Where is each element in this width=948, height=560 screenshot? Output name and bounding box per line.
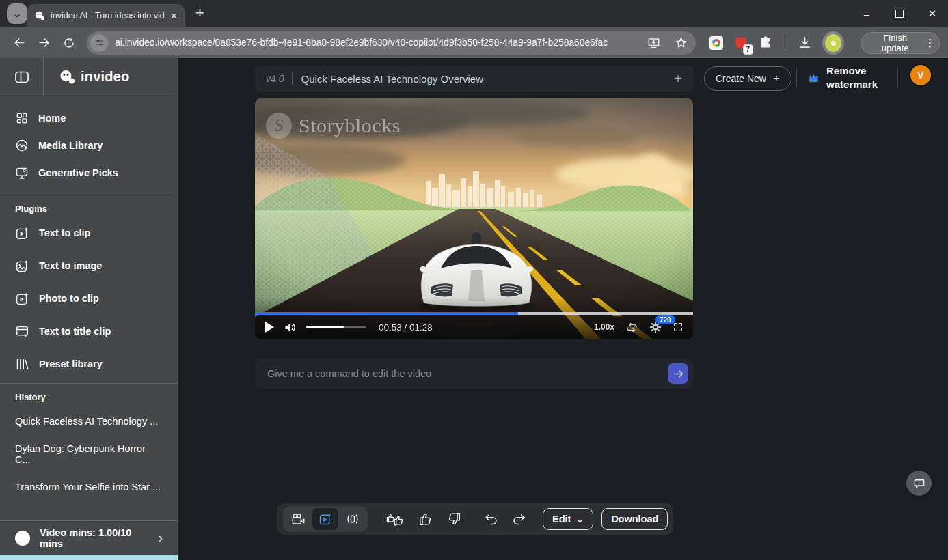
history-item[interactable]: Transform Your Selfie into Star ... [0, 471, 178, 503]
command-bar[interactable] [255, 359, 693, 389]
browser-profile-avatar[interactable]: e [825, 34, 841, 52]
redo-button[interactable] [512, 513, 526, 525]
sidebar-collapse-button[interactable] [0, 58, 44, 96]
undo-redo-group [484, 513, 526, 525]
text-to-title-clip-icon [15, 324, 29, 339]
download-button[interactable]: Download [601, 508, 668, 530]
title-separator [292, 72, 293, 85]
sidebar-item-media-library[interactable]: Media Library [0, 132, 178, 159]
add-project-icon[interactable]: + [674, 71, 682, 87]
site-info-icon[interactable] [90, 34, 108, 52]
invideo-logo-icon [59, 69, 75, 85]
history-item[interactable]: Dylan Dog: Cyberpunk Horror C... [0, 438, 178, 471]
browser-toolbar: ai.invideo.io/workspace/0a853e76-bfdb-4e… [0, 27, 948, 58]
edit-dropdown-button[interactable]: Edit ⌄ [543, 508, 593, 530]
history-item[interactable]: Quick Faceless AI Technology ... [0, 405, 178, 438]
google-extension-icon[interactable] [708, 34, 724, 52]
reload-button[interactable] [58, 31, 80, 55]
maximize-icon [895, 10, 904, 18]
bookmark-star-icon[interactable] [671, 33, 692, 53]
crown-icon [808, 72, 820, 83]
window-close-button[interactable]: ✕ [926, 8, 938, 20]
storyblocks-logo-icon: S [266, 113, 292, 139]
volume-slider[interactable] [306, 326, 366, 328]
new-tab-button[interactable]: + [195, 5, 204, 20]
invideo-logo[interactable]: invideo [44, 58, 129, 96]
extensions-area: 7 e Finish update ⋮ [708, 32, 940, 54]
sidebar-item-label: Text to title clip [39, 326, 111, 337]
view-mode-switcher [283, 506, 368, 532]
bottom-action-bar: Edit ⌄ Download [277, 503, 673, 535]
playback-speed-button[interactable]: 1.00x [594, 322, 614, 332]
player-controls: 00:53 / 01:28 1.00x 720 [255, 315, 693, 339]
finish-update-button[interactable]: Finish update ⋮ [861, 32, 940, 54]
feedback-group [386, 512, 461, 527]
back-button[interactable] [8, 31, 30, 55]
window-maximize-button[interactable] [893, 10, 906, 18]
project-title: Quick Faceless AI Technology Overview [301, 73, 483, 85]
install-app-icon[interactable] [644, 33, 664, 53]
movie-camera-icon[interactable] [285, 508, 311, 530]
window-minimize-button[interactable]: – [861, 8, 873, 20]
loop-icon[interactable] [625, 322, 638, 333]
forward-button[interactable] [33, 31, 55, 55]
chat-bubble-icon [913, 477, 925, 490]
video-mins-footer[interactable]: Video mins: 1.00/10 mins › [0, 520, 178, 555]
sidebar-item-text-to-title-clip[interactable]: Text to title clip [0, 315, 178, 348]
command-input[interactable] [266, 367, 668, 380]
sidebar-item-home[interactable]: Home [0, 104, 178, 132]
thumbs-down-button[interactable] [446, 512, 461, 527]
sidebar-item-label: Media Library [38, 140, 103, 151]
tab-search-button[interactable]: ⌄ [7, 3, 27, 24]
fullscreen-button[interactable] [673, 322, 683, 333]
user-avatar[interactable]: V [910, 65, 931, 85]
browser-tab[interactable]: invideo AI - Turn ideas into vide ✕ [27, 4, 185, 27]
address-bar[interactable]: ai.invideo.io/workspace/0a853e76-bfdb-4e… [87, 31, 696, 55]
tab-title: invideo AI - Turn ideas into vide [51, 11, 165, 20]
app-window: invideo Home Media Library Generativ [0, 58, 948, 560]
extensions-puzzle-icon[interactable] [757, 34, 774, 52]
preset-library-icon [15, 357, 29, 372]
super-like-button[interactable] [386, 512, 405, 527]
sidebar-item-photo-to-clip[interactable]: Photo to clip [0, 282, 178, 315]
video-player[interactable]: S Storyblocks 00:53 / 01:28 1.00x [255, 98, 693, 339]
sidebar-item-label: Preset library [39, 359, 103, 369]
url-text[interactable]: ai.invideo.io/workspace/0a853e76-bfdb-4e… [115, 38, 637, 48]
support-chat-button[interactable] [906, 471, 932, 496]
remove-watermark-label: Remove watermark [826, 64, 898, 91]
thumbs-up-button[interactable] [418, 512, 433, 527]
storyblocks-watermark: S Storyblocks [266, 113, 401, 139]
volume-icon[interactable] [284, 322, 297, 333]
project-title-bar[interactable]: v4.0 Quick Faceless AI Technology Overvi… [255, 66, 693, 92]
sidebar-item-label: Text to clip [39, 227, 90, 238]
sidebar-header: invideo [0, 58, 178, 96]
sidebar-item-text-to-clip[interactable]: Text to clip [0, 216, 178, 249]
send-command-button[interactable] [668, 363, 688, 384]
finish-update-label: Finish update [871, 33, 919, 53]
sidebar-item-preset-library[interactable]: Preset library [0, 348, 178, 380]
undo-button[interactable] [484, 513, 498, 525]
create-new-button[interactable]: Create New + [704, 66, 791, 91]
remove-watermark-button[interactable]: Remove watermark [808, 64, 898, 91]
chevron-down-icon: ⌄ [575, 516, 584, 522]
adblock-shield-icon[interactable]: 7 [733, 34, 749, 52]
video-preview-toggle[interactable] [312, 508, 338, 530]
frame-brackets-icon[interactable] [340, 508, 366, 530]
toolbar-separator [785, 36, 785, 50]
version-label: v4.0 [266, 73, 284, 84]
sidebar-nav: Home Media Library Generative Picks [0, 96, 178, 192]
browser-titlebar: ⌄ invideo AI - Turn ideas into vide ✕ + … [0, 0, 948, 27]
time-display: 00:53 / 01:28 [379, 322, 433, 333]
tab-close-icon[interactable]: ✕ [170, 12, 178, 20]
credits-circle-icon [15, 531, 30, 546]
text-to-image-icon [15, 259, 29, 273]
tab-favicon-icon [34, 10, 45, 21]
sidebar-item-generative-picks[interactable]: Generative Picks [0, 159, 178, 186]
main-content: v4.0 Quick Faceless AI Technology Overvi… [178, 58, 948, 560]
browser-menu-icon[interactable]: ⋮ [925, 37, 935, 49]
downloads-icon[interactable] [796, 34, 813, 52]
sidebar-item-label: Generative Picks [38, 167, 118, 178]
play-button[interactable] [265, 322, 274, 333]
settings-gear-button[interactable]: 720 [649, 321, 662, 333]
sidebar-item-text-to-image[interactable]: Text to image [0, 249, 178, 282]
